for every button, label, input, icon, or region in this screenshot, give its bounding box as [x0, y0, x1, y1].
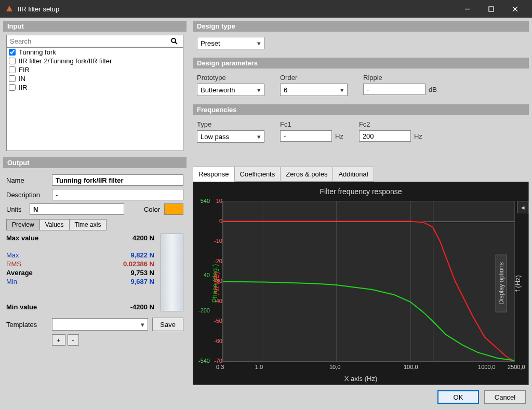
- x-tick: 1,0: [255, 364, 263, 370]
- att-tick: -10: [208, 238, 222, 244]
- ok-button[interactable]: OK: [437, 390, 479, 404]
- list-item-label: FIR: [19, 66, 30, 74]
- fc1-label: Fc1: [280, 120, 343, 128]
- app-logo-icon: [5, 5, 14, 13]
- template-remove-button[interactable]: -: [68, 334, 79, 346]
- color-picker[interactable]: [164, 203, 183, 215]
- description-label: Description: [6, 191, 48, 199]
- design-params-header: Design parameters: [193, 58, 529, 69]
- phase-tick: -540: [195, 358, 210, 364]
- order-label: Order: [280, 74, 348, 81]
- cancel-button[interactable]: Cancel: [484, 390, 526, 404]
- input-header: Input: [3, 21, 187, 32]
- maximize-button[interactable]: [479, 0, 503, 18]
- phase-tick: 540: [195, 198, 210, 204]
- prototype-select[interactable]: Butterworth: [197, 84, 264, 96]
- fc2-unit: Hz: [414, 132, 422, 140]
- channel-list[interactable]: Tunning forkIIR filter 2/Tunning fork/II…: [6, 47, 183, 151]
- list-item-label: IIR: [19, 84, 28, 91]
- att-tick: -40: [208, 298, 222, 304]
- templates-label: Templates: [6, 321, 48, 329]
- max-value: 9,822 N: [130, 251, 154, 259]
- save-button[interactable]: Save: [152, 318, 183, 331]
- list-item-label: Tunning fork: [19, 48, 56, 56]
- template-add-button[interactable]: +: [52, 334, 65, 346]
- list-item[interactable]: IIR: [7, 83, 183, 92]
- minvalue-value: -4200 N: [130, 303, 154, 311]
- ripple-unit: dB: [429, 86, 437, 93]
- x-tick: 100,0: [404, 364, 418, 370]
- list-item-checkbox[interactable]: [9, 49, 16, 56]
- min-value: 9,687 N: [130, 278, 154, 285]
- att-tick: -20: [208, 258, 222, 264]
- tab-coefficients[interactable]: Coefficients: [234, 167, 281, 182]
- max-label: Max: [6, 251, 19, 259]
- tab-values[interactable]: Values: [39, 219, 70, 230]
- list-item-checkbox[interactable]: [9, 58, 16, 64]
- minimize-button[interactable]: [455, 0, 479, 18]
- description-input[interactable]: [52, 189, 183, 200]
- prototype-label: Prototype: [197, 74, 264, 81]
- color-label: Color: [144, 206, 160, 213]
- list-item[interactable]: IN: [7, 74, 183, 83]
- fc2-input[interactable]: [359, 130, 411, 142]
- list-item-label: IIR filter 2/Tunning fork/IIR filter: [19, 57, 112, 65]
- name-label: Name: [6, 176, 48, 184]
- rms-label: RMS: [6, 260, 21, 268]
- tab-response[interactable]: Response: [193, 167, 235, 182]
- list-item-checkbox[interactable]: [9, 66, 16, 73]
- fc2-label: Fc2: [359, 120, 422, 128]
- svg-marker-0: [6, 6, 12, 11]
- tab-time-axis[interactable]: Time axis: [69, 219, 107, 230]
- list-item-checkbox[interactable]: [9, 75, 16, 82]
- tab-zeros-poles[interactable]: Zeros & poles: [280, 167, 333, 182]
- fc1-unit: Hz: [335, 132, 343, 140]
- list-item-checkbox[interactable]: [9, 84, 16, 91]
- name-input[interactable]: [52, 174, 183, 186]
- design-type-select[interactable]: Preset: [197, 37, 264, 49]
- search-input[interactable]: [7, 37, 170, 45]
- level-gauge: [161, 234, 183, 311]
- close-button[interactable]: [503, 0, 527, 18]
- ripple-label: Ripple: [363, 74, 437, 81]
- search-input-wrapper[interactable]: [6, 35, 183, 47]
- ripple-input[interactable]: [363, 84, 425, 95]
- plot-collapse-toggle[interactable]: ◂: [517, 201, 528, 213]
- att-tick: 0: [208, 218, 222, 224]
- svg-rect-2: [489, 7, 494, 11]
- response-plot[interactable]: Filter frequency response Phase (deg.) A…: [193, 182, 529, 385]
- x-tick: 0,3: [216, 364, 224, 370]
- svg-point-5: [171, 38, 176, 43]
- templates-select[interactable]: [52, 318, 148, 331]
- window-title: IIR filter setup: [18, 5, 455, 13]
- x-tick: 10,0: [329, 364, 340, 370]
- maxvalue-value: 4200 N: [132, 234, 154, 242]
- att-tick: -50: [208, 318, 222, 324]
- minvalue-label: Min value: [6, 303, 37, 311]
- design-type-header: Design type: [193, 21, 529, 32]
- output-header: Output: [3, 157, 187, 168]
- tab-preview[interactable]: Preview: [6, 219, 40, 230]
- search-icon: [170, 37, 183, 45]
- display-options-button[interactable]: Display options: [495, 254, 507, 312]
- fc1-input[interactable]: [280, 130, 332, 142]
- plot-area[interactable]: [222, 201, 515, 362]
- maxvalue-label: Max value: [6, 234, 38, 242]
- att-tick: -60: [208, 338, 222, 344]
- units-input[interactable]: [30, 203, 124, 215]
- svg-line-6: [175, 42, 177, 44]
- phase-tick: -200: [195, 307, 210, 313]
- units-label: Units: [6, 206, 25, 213]
- list-item[interactable]: IIR filter 2/Tunning fork/IIR filter: [7, 57, 183, 65]
- list-item[interactable]: Tunning fork: [7, 48, 183, 57]
- order-select[interactable]: 6: [280, 84, 348, 96]
- list-item[interactable]: FIR: [7, 65, 183, 74]
- tab-additional[interactable]: Additional: [332, 167, 374, 182]
- list-item-label: IN: [19, 75, 25, 83]
- rms-value: 0,02386 N: [123, 260, 154, 268]
- x-axis-label: X axis (Hz): [193, 375, 528, 382]
- att-tick: -70: [208, 358, 222, 364]
- frequencies-header: Frequencies: [193, 104, 529, 115]
- filter-type-select[interactable]: Low pass: [197, 130, 264, 143]
- f-axis-label: f (Hz): [514, 275, 522, 292]
